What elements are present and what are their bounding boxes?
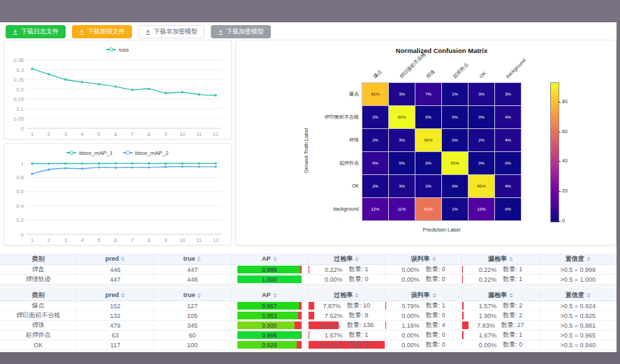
rate-percent: 1.67% — [325, 332, 343, 339]
rate-count: 数量: 10 — [347, 301, 370, 310]
matrix-cell: 0% — [468, 106, 494, 128]
matrix-cell: 3% — [389, 175, 415, 197]
ap-cell: 1.000 — [231, 275, 308, 284]
ap-value: 0.996 — [237, 331, 301, 339]
ap-cell: 0.967 — [231, 301, 308, 310]
rate-count: 数量: 0 — [426, 340, 445, 349]
svg-text:0.05: 0.05 — [13, 116, 24, 122]
download-button-4[interactable]: 下载加密模型 — [211, 25, 271, 38]
legend-item[interactable]: bbox_mAP_1 — [66, 150, 112, 156]
svg-text:10: 10 — [179, 131, 185, 137]
rate-count: 数量: 4 — [426, 321, 445, 330]
legend-item[interactable]: loss — [106, 47, 128, 53]
rate-count: 数量: 2 — [503, 301, 522, 310]
matrix-cell: 2% — [362, 175, 388, 197]
class-name-cell: 爆点 — [0, 301, 77, 310]
sort-icon[interactable] — [586, 257, 591, 261]
sort-icon[interactable] — [197, 293, 201, 298]
column-header[interactable]: pred — [77, 289, 154, 301]
download-button-2[interactable]: 下载简报文件 — [72, 25, 132, 38]
column-header[interactable]: true — [154, 253, 231, 264]
svg-text:8: 8 — [147, 237, 150, 243]
sort-descending-icon — [121, 259, 125, 261]
column-header[interactable]: true — [154, 289, 231, 301]
column-header[interactable]: 漏检率 — [462, 253, 539, 264]
column-header[interactable]: 误判率 — [385, 289, 462, 301]
ap-bar: 0.929 — [237, 341, 301, 349]
sort-icon[interactable] — [121, 293, 125, 298]
column-header[interactable]: pred — [77, 253, 154, 264]
legend-label: loss — [119, 47, 128, 53]
rate-percent: 0.00% — [401, 332, 420, 339]
download-button-3[interactable]: 下载非加密模型 — [138, 25, 205, 38]
download-icon — [218, 29, 223, 35]
column-header[interactable]: 类别 — [0, 289, 77, 301]
sort-icon[interactable] — [355, 293, 359, 298]
column-header[interactable]: 漏检率 — [462, 289, 539, 301]
rate-cell: 0.79%数量: 1 — [385, 301, 462, 310]
column-header[interactable]: 类别 — [0, 253, 77, 264]
column-header-label: 置信度 — [566, 255, 584, 264]
class-name-cell: 焊缝轨迹 — [0, 275, 77, 284]
colorbar-tick-label: 20 — [562, 188, 568, 193]
sort-icon[interactable] — [509, 293, 513, 298]
table-row: 起焊炸点63600.9961.67%数量: 10.00%数量: 01.67%数量… — [0, 331, 617, 340]
rate-percent: 1.16% — [401, 322, 420, 329]
sort-icon[interactable] — [197, 257, 201, 261]
column-header[interactable]: 过检率 — [309, 289, 385, 301]
legend-item[interactable]: bbox_mAP_2 — [123, 150, 169, 156]
matrix-cell: 89% — [468, 175, 494, 197]
rate-percent: 39.42% — [319, 322, 341, 329]
column-header[interactable]: AP — [231, 289, 308, 301]
sort-icon[interactable] — [355, 257, 359, 261]
column-header[interactable]: 误判率 — [385, 253, 462, 264]
rate-count: 数量: 8 — [348, 311, 368, 320]
column-header[interactable]: 置信度 — [540, 289, 617, 301]
metrics-tables: 类别predtrueAP过检率误判率漏检率置信度焊盘4464470.9860.2… — [0, 253, 617, 350]
rate-text: 0.00%数量: 0 — [401, 265, 445, 274]
column-header-label: pred — [105, 291, 119, 298]
svg-text:12: 12 — [213, 237, 219, 243]
matrix-cell: 11% — [389, 198, 415, 220]
sort-icon[interactable] — [509, 257, 513, 261]
column-header[interactable]: AP — [231, 253, 308, 264]
rate-cell: 0.22%数量: 1 — [462, 275, 539, 284]
svg-text:9: 9 — [164, 131, 167, 137]
column-header-label: true — [183, 291, 195, 298]
rate-text: 1.90%数量: 2 — [479, 311, 523, 320]
svg-text:0.6: 0.6 — [17, 188, 24, 195]
sort-ascending-icon — [197, 257, 201, 259]
download-button-1[interactable]: 下载日志文件 — [6, 25, 66, 38]
colorbar-tick-mark — [559, 221, 561, 222]
rate-percent: 0.00% — [401, 276, 420, 283]
matrix-cell: 6% — [362, 152, 388, 174]
dashboard-page: 下载日志文件下载简报文件下载非加密模型下载加密模型 loss 00.050.10… — [0, 0, 620, 364]
rate-count: 数量: 0 — [503, 340, 522, 349]
sort-icon[interactable] — [432, 257, 436, 261]
svg-text:9: 9 — [164, 237, 167, 243]
rate-cell: 0.22%数量: 1 — [462, 265, 539, 274]
sort-ascending-icon — [355, 257, 359, 259]
table-gap — [0, 285, 617, 289]
matrix-cell: 0% — [442, 129, 468, 151]
column-header-label: 类别 — [32, 291, 45, 300]
rate-count: 数量: 1 — [503, 331, 522, 340]
column-header[interactable]: 置信度 — [540, 253, 617, 264]
rate-text: 0.22%数量: 1 — [479, 275, 523, 284]
confidence-cell: >0.5 = 0.924 — [540, 301, 617, 310]
rate-bar — [385, 321, 386, 329]
rate-bar — [309, 312, 314, 319]
sort-icon[interactable] — [432, 293, 436, 298]
table-row: 焊盘4464470.9860.22%数量: 10.00%数量: 00.22%数量… — [0, 265, 617, 275]
sort-icon[interactable] — [586, 293, 591, 298]
sort-icon[interactable] — [273, 293, 277, 298]
download-button-label: 下载日志文件 — [21, 27, 59, 36]
rate-count: 数量: 1 — [503, 275, 522, 284]
sort-descending-icon — [355, 296, 359, 298]
column-header[interactable]: 过检率 — [309, 253, 385, 264]
sort-icon[interactable] — [273, 257, 277, 261]
rate-bar — [309, 331, 310, 339]
rate-text: 0.00%数量: 0 — [401, 331, 445, 340]
sort-icon[interactable] — [121, 257, 125, 261]
ap-value: 0.986 — [237, 266, 301, 273]
